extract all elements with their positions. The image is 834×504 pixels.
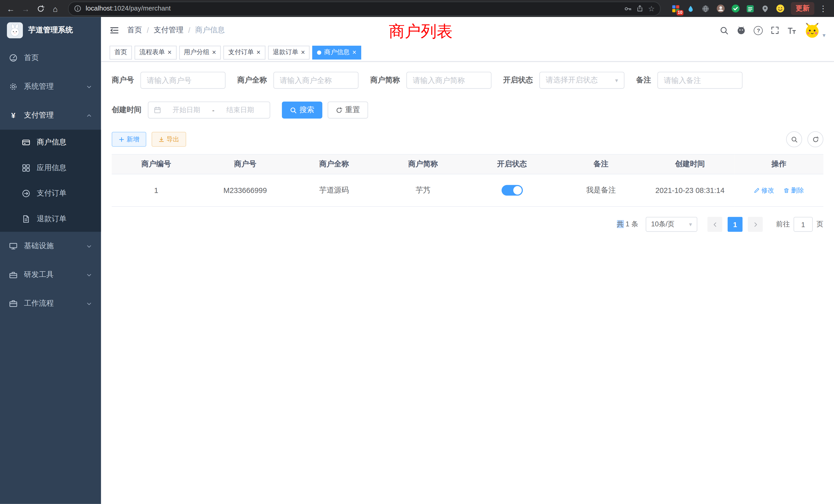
edit-label: 修改 xyxy=(761,186,774,195)
sidebar-item-infrastructure[interactable]: 基础设施 xyxy=(0,232,101,260)
tab-process-form[interactable]: 流程表单 × xyxy=(135,45,176,59)
main-area: 首页 / 支付管理 / 商户信息 商户列表 ? xyxy=(101,17,834,504)
refresh-table-button[interactable] xyxy=(807,131,823,147)
extension-globe-icon[interactable] xyxy=(701,4,710,13)
yen-icon: ¥ xyxy=(9,111,18,120)
browser-menu-button[interactable]: ⋮ xyxy=(816,4,830,13)
github-button[interactable] xyxy=(737,26,746,35)
close-icon[interactable]: × xyxy=(352,49,356,56)
goto-page-input[interactable] xyxy=(794,217,813,232)
status-select[interactable]: 请选择开启状态 ▾ xyxy=(539,72,624,89)
tab-home[interactable]: 首页 xyxy=(110,45,132,59)
page-number-button[interactable]: 1 xyxy=(728,217,743,232)
tab-pay-order[interactable]: 支付订单 × xyxy=(223,45,265,59)
close-icon[interactable]: × xyxy=(168,49,172,56)
table-row: 1 M233666999 芋道源码 芋艿 我是备注 2021-10-23 08:… xyxy=(112,174,824,206)
cell-actions: 修改 删除 xyxy=(734,174,823,206)
calendar-icon xyxy=(154,106,161,114)
edit-link[interactable]: 修改 xyxy=(754,186,774,195)
url-host: localhost xyxy=(86,5,112,12)
pagination: 共 1 条 10条/页 ▾ 1 前往 页 xyxy=(112,217,824,232)
card-icon xyxy=(22,138,30,147)
extension-drop-icon[interactable] xyxy=(686,4,695,13)
extension-notes-icon[interactable] xyxy=(746,4,755,13)
sidebar-item-pay-order[interactable]: 支付订单 xyxy=(0,181,101,206)
sidebar-item-system[interactable]: 系统管理 xyxy=(0,72,101,101)
toggle-knob xyxy=(513,186,522,194)
close-icon[interactable]: × xyxy=(257,49,261,56)
full-name-input[interactable] xyxy=(273,72,358,89)
url-text[interactable]: localhost:1024/pay/merchant xyxy=(86,5,620,12)
reset-button[interactable]: 重置 xyxy=(328,101,368,118)
fullscreen-button[interactable] xyxy=(771,26,779,35)
browser-reload-button[interactable] xyxy=(34,2,47,15)
short-name-input[interactable] xyxy=(407,72,491,89)
browser-back-button[interactable]: ← xyxy=(4,2,17,15)
extension-paw-icon[interactable] xyxy=(761,4,770,13)
breadcrumb-current: 商户信息 xyxy=(195,25,225,35)
close-icon[interactable]: × xyxy=(301,49,305,56)
tab-label: 商户信息 xyxy=(324,48,349,57)
prev-page-button[interactable] xyxy=(707,217,722,232)
page-size-select[interactable]: 10条/页 ▾ xyxy=(646,217,697,232)
export-button[interactable]: 导出 xyxy=(152,132,186,147)
password-key-icon[interactable] xyxy=(624,5,632,13)
sidebar-item-payment[interactable]: ¥ 支付管理 xyxy=(0,101,101,130)
app-title: 芋道管理系统 xyxy=(28,25,73,35)
share-icon[interactable] xyxy=(636,5,644,12)
cell-merchant-id: 1 xyxy=(112,174,200,206)
add-button[interactable]: 新增 xyxy=(112,132,146,147)
extension-smiley-icon[interactable] xyxy=(775,4,785,13)
extensions-bar: 10 xyxy=(667,4,789,13)
viewport: ← → ⌂ localhost:1024/pay/merchant ☆ 10 xyxy=(0,0,834,504)
range-separator: - xyxy=(211,106,216,114)
header-search-button[interactable] xyxy=(720,26,729,35)
browser-update-button[interactable]: 更新 xyxy=(791,2,814,15)
site-info-icon[interactable] xyxy=(74,5,81,12)
breadcrumb-payment[interactable]: 支付管理 xyxy=(154,25,183,35)
help-button[interactable]: ? xyxy=(754,26,763,35)
cell-merchant-no: M233666999 xyxy=(200,174,289,206)
merchant-no-input[interactable] xyxy=(140,72,225,89)
bookmark-star-icon[interactable]: ☆ xyxy=(648,4,655,13)
tab-refund-order[interactable]: 退款订单 × xyxy=(268,45,310,59)
end-date-placeholder: 结束日期 xyxy=(216,105,264,115)
sidebar-item-app-info[interactable]: 应用信息 xyxy=(0,155,101,181)
sidebar-item-refund-order[interactable]: 退款订单 xyxy=(0,206,101,232)
user-avatar-menu[interactable]: ▾ xyxy=(805,22,826,38)
breadcrumb-home[interactable]: 首页 xyxy=(127,25,142,35)
toggle-search-button[interactable] xyxy=(786,131,802,147)
search-icon xyxy=(290,107,297,113)
sidebar-item-label: 首页 xyxy=(24,53,92,63)
create-time-range-picker[interactable]: 开始日期 - 结束日期 xyxy=(148,101,270,118)
address-bar[interactable]: localhost:1024/pay/merchant ☆ xyxy=(68,1,661,16)
collapse-sidebar-button[interactable] xyxy=(110,25,119,35)
goto-label: 前往 xyxy=(776,220,790,229)
extension-avatar-icon[interactable] xyxy=(716,4,725,13)
tab-merchant-info[interactable]: 商户信息 × xyxy=(312,45,361,59)
status-toggle[interactable] xyxy=(502,185,523,196)
pagination-goto: 前往 页 xyxy=(776,217,823,232)
app-logo[interactable]: 芋道管理系统 xyxy=(0,17,101,44)
table-header-row: 商户编号 商户号 商户全称 商户简称 开启状态 备注 创建时间 操作 xyxy=(112,155,824,174)
tab-user-group[interactable]: 用户分组 × xyxy=(179,45,221,59)
status-placeholder: 请选择开启状态 xyxy=(546,75,598,85)
search-button[interactable]: 搜索 xyxy=(282,101,322,118)
close-icon[interactable]: × xyxy=(212,49,216,56)
font-size-button[interactable] xyxy=(788,26,796,35)
cell-status xyxy=(467,174,556,206)
extension-colorful-icon[interactable]: 10 xyxy=(671,4,680,13)
status-label: 开启状态 xyxy=(503,75,533,85)
sidebar-item-merchant-info[interactable]: 商户信息 xyxy=(0,130,101,155)
browser-forward-button[interactable]: → xyxy=(19,2,32,15)
next-page-button[interactable] xyxy=(748,217,763,232)
browser-home-button[interactable]: ⌂ xyxy=(49,2,62,15)
logo-rabbit-icon xyxy=(7,22,23,38)
extension-green-circle-icon[interactable] xyxy=(731,4,740,13)
sidebar-item-workflow[interactable]: 工作流程 xyxy=(0,289,101,318)
sidebar-item-home[interactable]: 首页 xyxy=(0,44,101,72)
sidebar-item-devtools[interactable]: 研发工具 xyxy=(0,260,101,289)
delete-link[interactable]: 删除 xyxy=(784,186,804,195)
remark-input[interactable] xyxy=(657,72,742,89)
short-name-label: 商户简称 xyxy=(370,75,400,85)
